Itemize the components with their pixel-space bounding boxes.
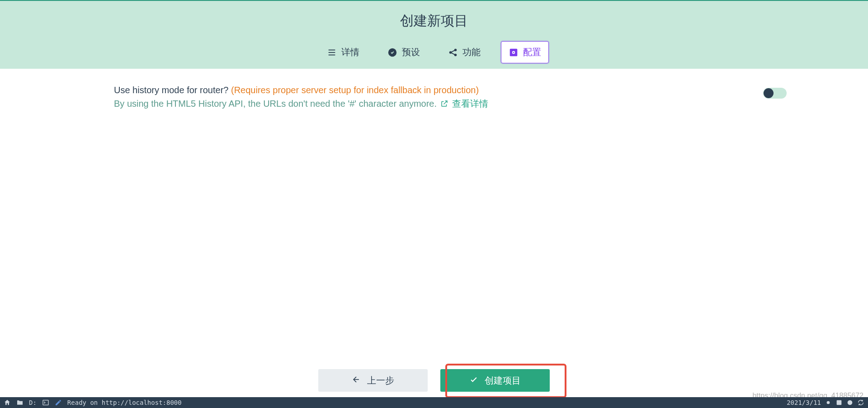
- status-bar-right: 2021/3/11: [787, 399, 864, 406]
- tab-configuration[interactable]: 配置: [501, 41, 549, 63]
- option-title-line: Use history mode for router? (Requires p…: [114, 83, 488, 97]
- share-icon: [448, 47, 458, 57]
- tab-label: 预设: [402, 46, 420, 58]
- tab-label: 功能: [462, 46, 481, 58]
- gear-box-icon: [509, 47, 519, 57]
- drive-label: D:: [29, 399, 37, 406]
- list-icon: [327, 47, 337, 57]
- tray-icon-2[interactable]: [846, 399, 854, 406]
- svg-rect-14: [837, 400, 842, 405]
- create-project-button[interactable]: 创建项目: [440, 369, 550, 392]
- content-area: Use history mode for router? (Requires p…: [0, 69, 868, 110]
- svg-line-8: [451, 52, 454, 54]
- header: 创建新项目 详情 预设 功能 配置: [0, 1, 868, 69]
- check-icon: [469, 375, 478, 386]
- tab-features[interactable]: 功能: [440, 41, 488, 63]
- option-warning: (Requires proper server setup for index …: [231, 85, 479, 95]
- svg-rect-12: [43, 400, 48, 405]
- folder-icon[interactable]: [16, 399, 24, 406]
- datetime-label: 2021/3/11: [787, 399, 821, 406]
- tab-details[interactable]: 详情: [319, 41, 367, 63]
- option-block: Use history mode for router? (Requires p…: [114, 83, 488, 110]
- tab-label: 配置: [523, 46, 541, 58]
- terminal-icon[interactable]: [42, 399, 49, 406]
- previous-button[interactable]: 上一步: [318, 369, 428, 392]
- svg-rect-1: [329, 52, 335, 53]
- svg-line-7: [451, 50, 454, 52]
- details-link[interactable]: 查看详情: [452, 97, 488, 110]
- ide-status-bar: D: Ready on http://localhost:8000 2021/3…: [0, 397, 868, 408]
- arrow-left-icon: [352, 375, 361, 386]
- history-mode-toggle[interactable]: [763, 88, 787, 99]
- svg-rect-2: [329, 54, 335, 55]
- tab-presets[interactable]: 预设: [380, 41, 428, 63]
- svg-rect-0: [329, 49, 335, 50]
- ready-status-text: Ready on http://localhost:8000: [67, 399, 182, 406]
- page-title: 创建新项目: [0, 12, 868, 30]
- svg-point-15: [848, 400, 853, 405]
- tray-icon-1[interactable]: [835, 399, 843, 406]
- refresh-icon[interactable]: [857, 399, 864, 406]
- pencil-icon[interactable]: [55, 399, 62, 406]
- external-link-icon: [440, 100, 448, 108]
- tab-label: 详情: [341, 46, 359, 58]
- footer-buttons: 上一步 创建项目: [318, 369, 550, 392]
- option-description-line: By using the HTML5 History API, the URLs…: [114, 97, 488, 110]
- status-bar-left: D: Ready on http://localhost:8000: [4, 399, 182, 406]
- previous-button-label: 上一步: [367, 375, 394, 387]
- check-circle-icon: [387, 47, 397, 57]
- create-button-label: 创建项目: [485, 375, 521, 387]
- svg-point-11: [513, 52, 514, 53]
- home-icon[interactable]: [4, 399, 11, 406]
- svg-point-13: [827, 401, 830, 404]
- tabs-nav: 详情 预设 功能 配置: [0, 41, 868, 69]
- option-question: Use history mode for router?: [114, 85, 231, 95]
- toggle-knob: [764, 88, 774, 98]
- dot-icon: [825, 399, 832, 406]
- option-description: By using the HTML5 History API, the URLs…: [114, 97, 437, 110]
